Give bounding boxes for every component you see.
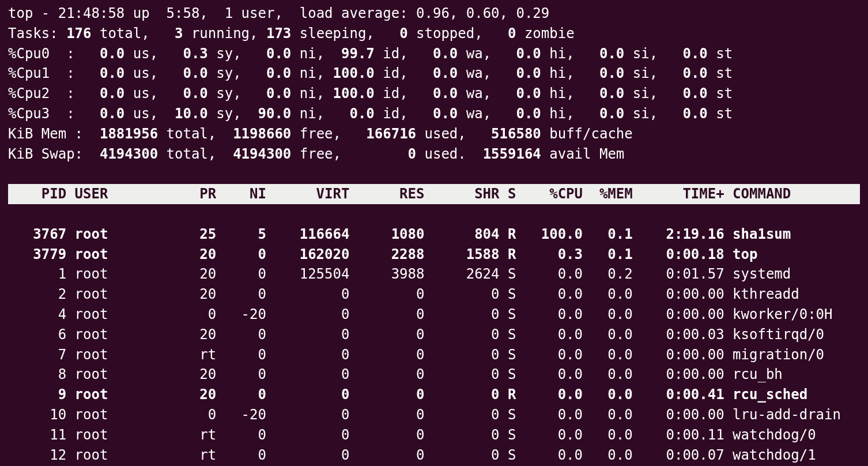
table-row: 1 root 20 0 125504 3988 2624 S 0.0 0.2 0… — [8, 266, 791, 282]
table-row: 3767 root 25 5 116664 1080 804 R 100.0 0… — [8, 226, 791, 242]
table-row: 2 root 20 0 0 0 0 S 0.0 0.0 0:00.00 kthr… — [8, 286, 799, 302]
summary-line-cpu3: %Cpu3 : 0.0 us, 10.0 sy, 90.0 ni, 0.0 id… — [8, 106, 733, 122]
process-table-header: PID USER PR NI VIRT RES SHR S %CPU %MEM … — [8, 184, 860, 204]
summary-line-cpu1: %Cpu1 : 0.0 us, 0.0 sy, 0.0 ni, 100.0 id… — [8, 65, 733, 81]
table-row: 7 root rt 0 0 0 0 S 0.0 0.0 0:00.00 migr… — [8, 347, 824, 363]
summary-line-cpu0: %Cpu0 : 0.0 us, 0.3 sy, 0.0 ni, 99.7 id,… — [8, 46, 733, 62]
summary-line-tasks: Tasks: 176 total, 3 running, 173 sleepin… — [8, 25, 575, 42]
table-row: 10 root 0 -20 0 0 0 S 0.0 0.0 0:00.00 lr… — [8, 407, 841, 423]
table-row: 6 root 20 0 0 0 0 S 0.0 0.0 0:00.03 ksof… — [8, 326, 824, 343]
summary-line-swap: KiB Swap: 4194300 total, 4194300 free, 0… — [8, 146, 624, 162]
table-row: 3779 root 20 0 162020 2288 1588 R 0.3 0.… — [8, 246, 757, 262]
table-row: 9 root 20 0 0 0 0 R 0.0 0.0 0:00.41 rcu_… — [8, 386, 807, 403]
top-output[interactable]: top - 21:48:58 up 5:58, 1 user, load ave… — [0, 0, 868, 466]
summary-line-mem: KiB Mem : 1881956 total, 1198660 free, 1… — [8, 126, 633, 142]
table-row: 4 root 0 -20 0 0 0 S 0.0 0.0 0:00.00 kwo… — [8, 306, 832, 322]
table-row: 8 root 20 0 0 0 0 S 0.0 0.0 0:00.00 rcu_… — [8, 366, 783, 382]
table-row: 11 root rt 0 0 0 0 S 0.0 0.0 0:00.11 wat… — [8, 427, 816, 443]
summary-line-top: top - 21:48:58 up 5:58, 1 user, load ave… — [8, 5, 549, 21]
table-row: 12 root rt 0 0 0 0 S 0.0 0.0 0:00.07 wat… — [8, 447, 816, 463]
summary-line-cpu2: %Cpu2 : 0.0 us, 0.0 sy, 0.0 ni, 100.0 id… — [8, 85, 733, 102]
